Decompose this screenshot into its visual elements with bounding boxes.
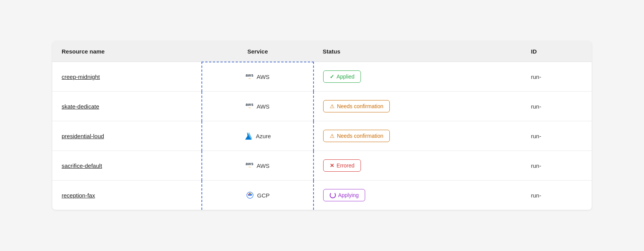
table-row: reception-fax GCPApplyingrun- [52,181,592,210]
resource-name-link[interactable]: presidential-loud [62,133,104,139]
service-cell: aws ~ AWS [202,62,314,92]
resource-name-cell: reception-fax [52,181,202,210]
status-badge: ⚠Needs confirmation [323,100,390,112]
status-cell: ✓Applied [314,62,522,92]
service-name: AWS [257,162,270,169]
service-cell: aws ~ AWS [202,92,314,121]
table-row: presidential-loud Azure⚠Needs confirmati… [52,121,592,151]
azure-icon [244,132,253,140]
aws-icon: aws ~ [246,103,253,110]
resource-table-container: Resource name Service Status ID creep-mi… [52,41,592,210]
status-badge: Applying [323,189,366,201]
status-label: Needs confirmation [337,103,384,109]
column-header-status: Status [314,41,522,62]
status-cell: ⚠Needs confirmation [314,92,522,121]
status-badge: ✓Applied [323,70,361,83]
table-header-row: Resource name Service Status ID [52,41,592,62]
spinner-icon [330,192,336,198]
column-header-resource-name: Resource name [52,41,202,62]
resource-name-link[interactable]: creep-midnight [62,74,100,80]
id-cell: run- [522,62,592,92]
service-name: AWS [257,103,270,110]
aws-icon: aws ~ [246,162,253,169]
table-row: creep-midnight aws ~ AWS✓Appliedrun- [52,62,592,92]
column-header-id: ID [522,41,592,62]
resource-name-cell: creep-midnight [52,62,202,92]
status-badge: ⚠Needs confirmation [323,130,390,142]
resource-name-link[interactable]: reception-fax [62,192,95,199]
status-badge: ✕Errored [323,159,361,172]
service-name: Azure [256,133,271,139]
warning-icon: ⚠ [330,133,335,139]
resource-name-cell: presidential-loud [52,121,202,151]
status-label: Applying [338,192,359,198]
table-row: skate-dedicate aws ~ AWS⚠Needs confirmat… [52,92,592,121]
check-icon: ✓ [330,74,334,80]
id-cell: run- [522,121,592,151]
resource-name-cell: skate-dedicate [52,92,202,121]
resource-name-link[interactable]: sacrifice-default [62,162,102,169]
status-label: Needs confirmation [337,133,384,139]
gcp-icon [246,191,254,199]
resource-name-cell: sacrifice-default [52,151,202,181]
status-cell: ✕Errored [314,151,522,181]
aws-icon: aws ~ [246,74,253,80]
x-icon: ✕ [330,162,334,169]
status-label: Applied [337,74,355,80]
status-cell: ⚠Needs confirmation [314,121,522,151]
status-label: Errored [337,162,355,169]
resource-name-link[interactable]: skate-dedicate [62,103,99,110]
service-cell: GCP [202,181,314,210]
resource-table: Resource name Service Status ID creep-mi… [52,41,592,210]
column-header-service: Service [202,41,314,62]
service-name: AWS [257,74,270,80]
id-cell: run- [522,181,592,210]
status-cell: Applying [314,181,522,210]
id-cell: run- [522,92,592,121]
id-cell: run- [522,151,592,181]
service-name: GCP [257,192,270,199]
warning-icon: ⚠ [330,103,335,109]
service-cell: aws ~ AWS [202,151,314,181]
service-cell: Azure [202,121,314,151]
table-row: sacrifice-default aws ~ AWS✕Erroredrun- [52,151,592,181]
